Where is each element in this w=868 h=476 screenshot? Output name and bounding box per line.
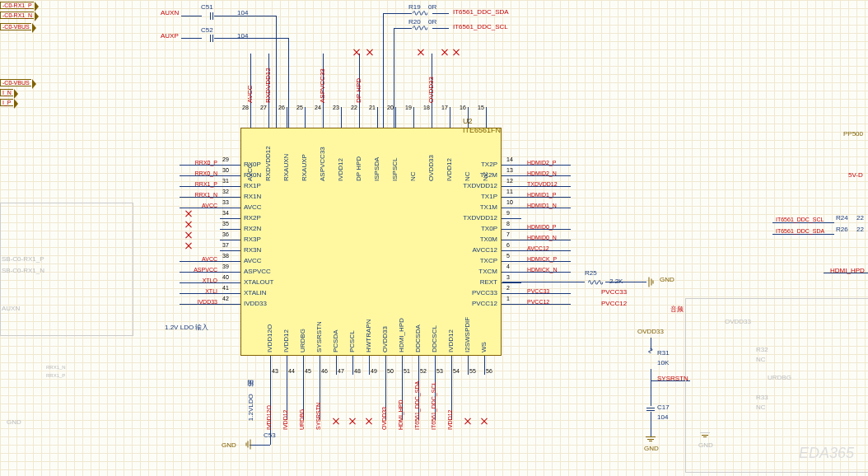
watermark: EDA365 <box>799 445 854 462</box>
gnd-c53-sym <box>242 441 252 448</box>
net-auxn: AUXN <box>161 9 179 16</box>
nc-mark <box>418 49 424 56</box>
port-c0-rx1-p: -C0-RX1_P <box>0 2 34 9</box>
gnd-c17-label: GND <box>644 445 659 452</box>
port-c0-vbus1: -C0-VBUS <box>0 23 31 30</box>
c17-val: 104 <box>657 413 668 421</box>
net-sysrstn-r: SYSRSTN <box>657 375 688 382</box>
gnd-dim-label: GND <box>698 441 713 449</box>
r19-ref: R19 <box>408 3 421 11</box>
net-rrx1-p: RRX1_P <box>46 373 65 378</box>
port-c0-vbus2: -C0-VBUS <box>0 79 31 86</box>
r24-val: 22 <box>856 214 864 222</box>
net-pvcc12: PVCC12 <box>601 300 627 307</box>
r20-val: 0R <box>428 18 436 26</box>
r25-ref: R25 <box>585 269 597 277</box>
net-ovdd33-dim: OVDD33 <box>725 318 751 325</box>
nc-mark <box>185 243 192 250</box>
nc-mark <box>441 49 448 56</box>
net-hdmi-hpd-r: HDMI_HPD <box>830 267 865 274</box>
net-rrx1-n: RRX1_N <box>46 365 66 370</box>
c17-ref: C17 <box>657 404 670 411</box>
c53-ref: C53 <box>264 432 276 439</box>
r33-val: NC <box>756 404 766 411</box>
nc-mark <box>453 49 460 56</box>
c51-val: 104 <box>237 9 248 16</box>
r19-val: 0R <box>428 3 436 11</box>
r25-val: 2.2K <box>609 278 623 285</box>
gnd-r25 <box>647 278 657 286</box>
net-ddc-sda-top: IT6561_DDC_SDA <box>453 8 509 16</box>
note-audio: 音频 <box>670 305 684 314</box>
r33-ref: R33 <box>756 394 768 401</box>
net-sb-rx1-n: SB-C0-RX1_N <box>2 267 44 274</box>
nc-mark <box>185 222 192 228</box>
r32-ref: R32 <box>756 346 768 353</box>
net-sb-rx1-p: SB-C0-RX1_P <box>2 255 44 263</box>
note-ldo-in: 1.2V LDO 输入 <box>165 323 208 332</box>
net-ddc-sda-r: IT6561_DDC_SDA <box>776 228 824 234</box>
nc-mark <box>185 232 192 239</box>
net-pp5000: PP500 <box>843 130 863 138</box>
note-ldo-out: 1.2VLDO 输出 <box>247 392 256 421</box>
gnd-dim <box>700 432 710 440</box>
gnd-c53: GND <box>222 441 236 449</box>
port-c0-rx1-n: -C0-RX1_N <box>0 12 34 19</box>
net-5vd: 5V-D <box>848 171 863 179</box>
r31-ref: R31 <box>657 349 670 357</box>
r24-ref: R24 <box>836 214 848 222</box>
net-urdbg-dim: URDBG <box>768 374 791 381</box>
net-ovdd33-r: OVDD33 <box>637 328 664 335</box>
nc-mark <box>366 49 373 56</box>
c52-val: 104 <box>237 32 248 40</box>
gnd-r25-label: GND <box>660 276 674 283</box>
c52-ref: C52 <box>201 26 213 34</box>
port-i-p: I_P <box>0 99 13 106</box>
nc-mark <box>185 211 192 217</box>
net-auxp: AUXP <box>161 32 179 40</box>
c51-ref: C51 <box>201 3 213 11</box>
net-pvcc33: PVCC33 <box>601 288 627 296</box>
nc-mark <box>353 49 360 56</box>
r26-val: 22 <box>856 226 864 233</box>
r31-val: 10K <box>657 359 669 366</box>
r26-ref: R26 <box>836 226 848 233</box>
net-ddc-scl-top: IT6561_DDC_SCL <box>453 23 508 30</box>
r32-val: NC <box>756 356 766 363</box>
ic-ref: U2 <box>463 117 473 125</box>
net-ddc-scl-r: IT6561_DDC_SCL <box>776 217 824 222</box>
gnd-bl: GND <box>7 418 21 426</box>
port-i-n: I_N <box>0 89 13 96</box>
r20-ref: R20 <box>408 18 421 26</box>
net-auxn-left: AUXN <box>2 305 20 312</box>
gnd-c17 <box>646 436 656 444</box>
